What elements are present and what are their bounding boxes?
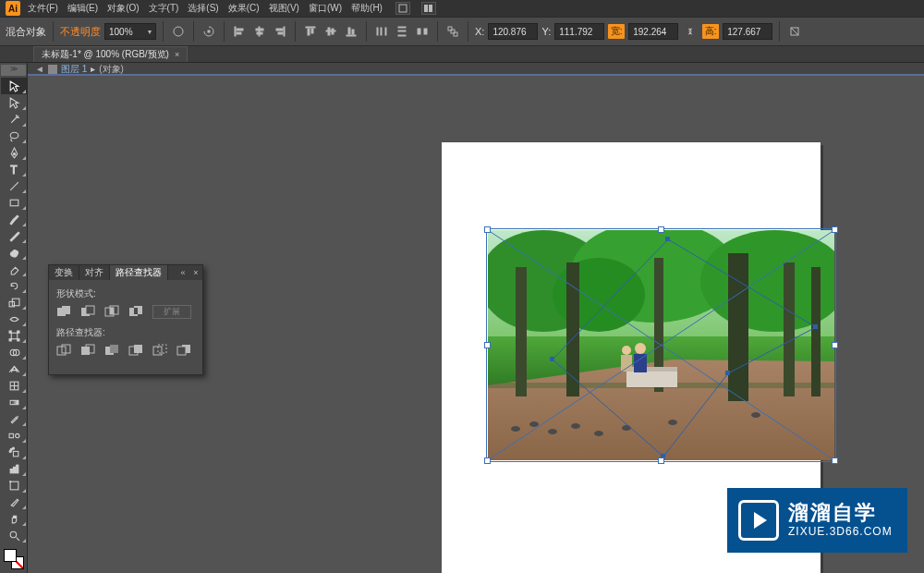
menu-file[interactable]: 文件(F) (26, 2, 60, 15)
align-hcenter-icon[interactable] (251, 23, 268, 40)
menu-select[interactable]: 选择(S) (186, 2, 220, 15)
blend-tool[interactable] (1, 427, 27, 444)
document-tab[interactable]: 未标题-1* @ 100% (RGB/预览) × (33, 46, 188, 62)
direct-selection-tool[interactable] (1, 94, 27, 111)
close-tab-icon[interactable]: × (175, 50, 179, 59)
minus-front-icon[interactable] (80, 304, 97, 319)
distribute-spacing-icon[interactable] (414, 23, 431, 40)
menu-edit[interactable]: 编辑(E) (66, 2, 100, 15)
scale-tool[interactable] (1, 294, 27, 311)
toolbox-collapse[interactable] (1, 65, 26, 76)
pen-tool[interactable] (1, 144, 27, 161)
pencil-tool[interactable] (1, 227, 27, 244)
slice-tool[interactable] (1, 494, 27, 510)
opacity-label[interactable]: 不透明度 (60, 25, 101, 39)
svg-rect-22 (352, 30, 354, 34)
y-field[interactable]: 111.792 (554, 23, 604, 40)
artboard-tool[interactable] (1, 477, 27, 494)
align-right-icon[interactable] (272, 23, 288, 40)
breadcrumb: ◄ 图层 1 ▸ (对象) (28, 63, 924, 76)
intersect-icon[interactable] (104, 304, 121, 319)
lasso-tool[interactable] (1, 128, 27, 144)
unite-icon[interactable] (56, 304, 73, 319)
magic-wand-tool[interactable] (1, 111, 27, 128)
transform-icon[interactable] (444, 23, 461, 40)
merge-icon[interactable] (104, 343, 121, 358)
exclude-icon[interactable] (128, 304, 145, 319)
line-tool[interactable] (1, 177, 27, 194)
handle-mid-right[interactable] (832, 342, 838, 348)
menu-object[interactable]: 对象(O) (105, 2, 140, 15)
menu-view[interactable]: 视图(V) (267, 2, 301, 15)
minus-back-icon[interactable] (176, 343, 193, 358)
handle-top-right[interactable] (832, 226, 838, 233)
svg-rect-54 (9, 433, 13, 437)
rectangle-tool[interactable] (1, 194, 27, 211)
handle-top-mid[interactable] (658, 226, 664, 233)
svg-rect-62 (16, 465, 18, 473)
align-left-icon[interactable] (231, 23, 248, 40)
handle-bottom-right[interactable] (832, 457, 838, 464)
width-field[interactable]: 192.264 (628, 23, 678, 40)
trim-icon[interactable] (80, 343, 97, 358)
expand-button[interactable]: 扩展 (152, 305, 191, 319)
handle-bottom-mid[interactable] (658, 457, 664, 464)
svg-rect-23 (377, 28, 378, 35)
gradient-tool[interactable] (1, 394, 27, 410)
eraser-tool[interactable] (1, 261, 27, 277)
recolor-icon[interactable] (201, 23, 217, 40)
perspective-grid-tool[interactable] (1, 360, 27, 377)
divide-icon[interactable] (56, 343, 73, 358)
svg-rect-119 (110, 345, 118, 353)
arrange-icon[interactable] (421, 2, 436, 15)
menu-window[interactable]: 窗口(W) (307, 2, 344, 15)
panel-collapse-icon[interactable]: « (176, 268, 189, 277)
mesh-tool[interactable] (1, 377, 27, 394)
height-field[interactable]: 127.667 (723, 23, 772, 40)
svg-rect-0 (399, 5, 407, 12)
zoom-tool[interactable] (1, 527, 27, 543)
symbol-sprayer-tool[interactable] (1, 444, 27, 460)
panel-titlebar[interactable]: 变换 对齐 路径查找器 « × (49, 265, 202, 280)
handle-mid-left[interactable] (484, 342, 491, 348)
crop-icon[interactable] (128, 343, 145, 358)
eyedropper-tool[interactable] (1, 410, 27, 427)
align-vcenter-icon[interactable] (322, 23, 339, 40)
selection-tool[interactable] (1, 78, 27, 94)
link-wh-icon[interactable] (682, 23, 699, 40)
isolate-icon[interactable] (786, 23, 803, 40)
fill-stroke-swatch[interactable] (4, 549, 24, 569)
x-field[interactable]: 120.876 (488, 23, 538, 40)
width-tool[interactable] (1, 311, 27, 327)
panel-tab-pathfinder[interactable]: 路径查找器 (110, 265, 168, 280)
align-bottom-icon[interactable] (343, 23, 359, 40)
handle-bottom-left[interactable] (484, 457, 491, 464)
column-graph-tool[interactable] (1, 460, 27, 477)
opacity-field[interactable]: 100% (104, 23, 156, 40)
distribute-v-icon[interactable] (394, 23, 410, 40)
menu-help[interactable]: 帮助(H) (349, 2, 384, 15)
panel-tab-transform[interactable]: 变换 (49, 265, 79, 280)
svg-point-66 (10, 531, 17, 538)
blob-brush-tool[interactable] (1, 244, 27, 261)
menu-type[interactable]: 文字(T) (147, 2, 181, 15)
style-icon[interactable] (170, 23, 187, 40)
outline-icon[interactable] (152, 343, 169, 358)
panel-tab-align[interactable]: 对齐 (79, 265, 110, 280)
pathfinder-panel[interactable]: 变换 对齐 路径查找器 « × 形状模式: 扩展 路径查找器: (48, 264, 203, 375)
panel-close-icon[interactable]: × (189, 268, 202, 277)
free-transform-tool[interactable] (1, 327, 27, 344)
shape-builder-tool[interactable] (1, 344, 27, 360)
paintbrush-tool[interactable] (1, 211, 27, 227)
menu-effect[interactable]: 效果(C) (226, 2, 261, 15)
placed-image[interactable] (488, 230, 834, 460)
svg-rect-21 (348, 28, 350, 34)
distribute-h-icon[interactable] (373, 23, 390, 40)
align-top-icon[interactable] (302, 23, 319, 40)
type-tool[interactable]: T (1, 161, 27, 177)
extension-icon[interactable] (395, 2, 410, 15)
rotate-tool[interactable] (1, 277, 27, 294)
breadcrumb-back-icon[interactable]: ◄ (35, 64, 44, 74)
handle-top-left[interactable] (484, 226, 491, 233)
hand-tool[interactable] (1, 510, 27, 527)
